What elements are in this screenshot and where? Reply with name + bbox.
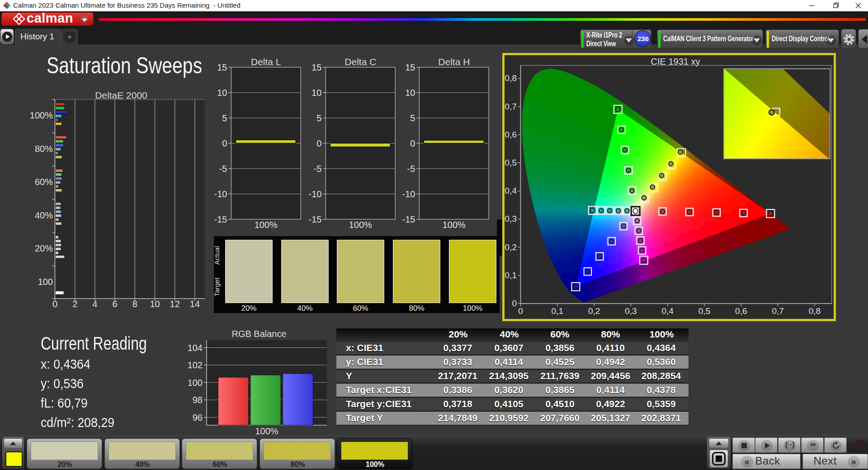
svg-text:Delta H: Delta H (438, 57, 470, 67)
svg-text:RGB Balance: RGB Balance (231, 329, 286, 339)
svg-text:Delta C: Delta C (344, 57, 376, 67)
svg-text:0,7: 0,7 (772, 306, 783, 316)
svg-text:CIE 1931 xy: CIE 1931 xy (651, 57, 700, 66)
svg-text:-5: -5 (314, 164, 322, 174)
svg-text:100: 100 (38, 277, 53, 287)
svg-text:10: 10 (311, 88, 321, 98)
svg-text:-15: -15 (214, 214, 227, 224)
svg-text:80%: 80% (35, 144, 53, 154)
svg-text:0: 0 (410, 138, 415, 148)
svg-text:100%: 100% (443, 220, 466, 230)
svg-text:0,1: 0,1 (552, 306, 563, 316)
svg-text:0,2: 0,2 (505, 242, 517, 252)
svg-text:0,3: 0,3 (625, 306, 637, 316)
svg-text:100: 100 (188, 378, 203, 388)
svg-text:20%: 20% (35, 243, 53, 253)
svg-text:5: 5 (410, 113, 415, 123)
svg-text:2: 2 (72, 299, 77, 309)
svg-text:98: 98 (193, 395, 203, 405)
svg-text:-10: -10 (308, 189, 321, 199)
svg-text:0,6: 0,6 (505, 130, 517, 139)
svg-text:6: 6 (113, 299, 118, 309)
svg-text:40%: 40% (35, 210, 53, 220)
svg-text:4: 4 (92, 299, 97, 309)
svg-text:0,4: 0,4 (505, 186, 517, 195)
svg-text:5: 5 (316, 113, 321, 123)
svg-text:0,4: 0,4 (661, 306, 674, 316)
svg-text:-15: -15 (402, 214, 415, 224)
svg-text:10: 10 (217, 88, 227, 98)
svg-text:0,2: 0,2 (588, 306, 600, 316)
svg-text:0,7: 0,7 (505, 102, 517, 111)
svg-text:10: 10 (405, 88, 415, 98)
svg-text:-10: -10 (402, 189, 415, 199)
svg-text:15: 15 (405, 62, 415, 72)
svg-text:15: 15 (217, 62, 227, 72)
svg-text:100%: 100% (30, 110, 53, 120)
svg-text:8: 8 (132, 299, 137, 309)
svg-text:100%: 100% (255, 220, 278, 230)
svg-text:DeltaE 2000: DeltaE 2000 (95, 90, 147, 100)
svg-text:-5: -5 (219, 164, 227, 174)
svg-text:0,1: 0,1 (505, 271, 517, 280)
svg-text:96: 96 (193, 413, 203, 423)
svg-text:15: 15 (311, 62, 321, 72)
svg-text:14: 14 (190, 299, 200, 309)
svg-text:0,5: 0,5 (698, 306, 710, 316)
svg-text:0,3: 0,3 (505, 214, 517, 223)
svg-text:0: 0 (512, 299, 517, 308)
svg-text:0: 0 (52, 299, 57, 309)
svg-text:0: 0 (518, 306, 523, 316)
svg-text:0,6: 0,6 (735, 306, 747, 316)
svg-text:-10: -10 (214, 189, 227, 199)
svg-text:0,5: 0,5 (505, 158, 517, 167)
svg-text:102: 102 (188, 360, 203, 370)
svg-text:-5: -5 (407, 164, 415, 174)
svg-text:0,8: 0,8 (809, 306, 821, 316)
svg-text:5: 5 (222, 113, 227, 123)
svg-text:0: 0 (316, 138, 321, 148)
svg-text:0,8: 0,8 (505, 73, 517, 83)
svg-text:-15: -15 (308, 214, 321, 224)
svg-text:10: 10 (150, 299, 160, 309)
svg-text:60%: 60% (35, 177, 53, 187)
svg-text:12: 12 (170, 299, 180, 309)
svg-text:104: 104 (188, 343, 203, 353)
svg-text:Delta L: Delta L (251, 57, 281, 67)
svg-text:0: 0 (222, 138, 227, 148)
svg-text:100%: 100% (349, 220, 372, 230)
